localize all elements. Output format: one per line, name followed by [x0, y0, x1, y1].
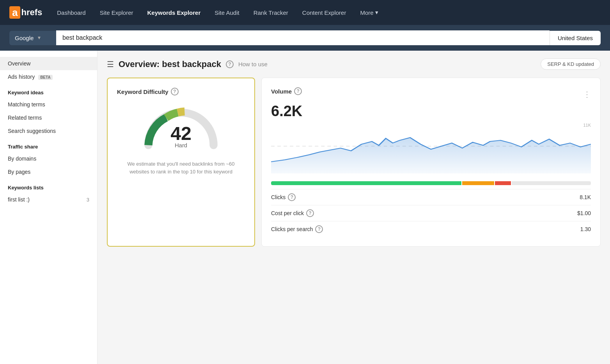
chart-max-label: 11K — [583, 123, 591, 127]
svg-marker-3 — [271, 138, 591, 173]
nav-item-site-explorer[interactable]: Site Explorer — [94, 6, 139, 19]
nav-item-more[interactable]: More ▾ — [355, 6, 383, 19]
cpc-label: Cost per click ? — [271, 209, 314, 217]
engine-label: Google — [15, 35, 34, 41]
sidebar-section-keyword-ideas: Keyword ideas — [0, 83, 97, 98]
sidebar-section-traffic-share: Traffic share — [0, 138, 97, 152]
sidebar-item-first-list[interactable]: first list :) 3 — [0, 193, 97, 206]
kd-description: We estimate that you'll need backlinks f… — [117, 160, 245, 175]
beta-badge: BETA — [38, 75, 52, 80]
main-layout: Overview Ads history BETA Keyword ideas … — [0, 51, 610, 364]
how-to-use-link[interactable]: How to use — [238, 61, 268, 67]
cps-help-icon[interactable]: ? — [315, 225, 323, 233]
pb-paid — [462, 181, 494, 185]
sidebar-list-count: 3 — [87, 197, 89, 203]
volume-header: Volume ? ⋮ — [271, 87, 591, 101]
volume-chart-svg — [271, 123, 591, 173]
logo[interactable]: a hrefs — [9, 6, 42, 19]
sidebar-list-label: first list :) — [8, 196, 30, 203]
cpc-row: Cost per click ? $1.00 — [271, 205, 591, 221]
sidebar-item-overview[interactable]: Overview — [0, 57, 97, 70]
logo-a-letter: a — [9, 6, 20, 19]
clicks-label: Clicks ? — [271, 193, 296, 201]
nav-item-keywords-explorer[interactable]: Keywords Explorer — [142, 6, 206, 19]
volume-value: 6.2K — [271, 103, 591, 120]
sidebar-item-related-terms[interactable]: Related terms — [0, 111, 97, 124]
sidebar-item-matching-terms[interactable]: Matching terms — [0, 98, 97, 111]
kd-help-icon[interactable]: ? — [171, 88, 179, 95]
gauge-container: 42 Hard — [117, 102, 245, 152]
search-bar: Google ▼ United States — [0, 25, 610, 51]
kd-card-label: Keyword Difficulty ? — [117, 88, 245, 95]
cards-row: Keyword Difficulty ? 4 — [107, 78, 601, 247]
page-title: Overview: best backpack — [119, 59, 221, 69]
volume-label: Volume ? — [271, 87, 302, 95]
page-header: ☰ Overview: best backpack ? How to use S… — [107, 58, 601, 70]
country-selector[interactable]: United States — [550, 31, 601, 45]
svg-text:42: 42 — [170, 123, 192, 144]
clicks-help-icon[interactable]: ? — [288, 193, 296, 201]
pb-other — [495, 181, 511, 185]
sidebar-item-ads-history[interactable]: Ads history BETA — [0, 70, 97, 83]
nav-item-rank-tracker[interactable]: Rank Tracker — [248, 6, 294, 19]
cpc-value: $1.00 — [577, 210, 591, 216]
nav-item-site-audit[interactable]: Site Audit — [209, 6, 245, 19]
cps-row: Clicks per search ? 1.30 — [271, 221, 591, 237]
volume-help-icon[interactable]: ? — [294, 87, 302, 95]
hamburger-icon[interactable]: ☰ — [107, 60, 114, 69]
clicks-distribution-bar — [271, 181, 591, 185]
cps-value: 1.30 — [580, 226, 591, 232]
main-content: ☰ Overview: best backpack ? How to use S… — [98, 51, 610, 364]
clicks-row: Clicks ? 8.1K — [271, 189, 591, 205]
sidebar-item-by-domains[interactable]: By domains — [0, 152, 97, 165]
pb-no-click — [512, 181, 591, 185]
serp-kd-badge[interactable]: SERP & KD updated — [541, 58, 601, 70]
pb-organic — [271, 181, 461, 185]
engine-selector[interactable]: Google ▼ — [9, 31, 56, 45]
cpc-help-icon[interactable]: ? — [306, 209, 314, 217]
logo-hrefs-text: hrefs — [21, 7, 42, 18]
cps-label: Clicks per search ? — [271, 225, 323, 233]
top-navigation: a hrefs Dashboard Site Explorer Keywords… — [0, 0, 610, 25]
sidebar-item-search-suggestions[interactable]: Search suggestions — [0, 124, 97, 138]
volume-menu-icon[interactable]: ⋮ — [583, 90, 591, 99]
svg-text:Hard: Hard — [175, 142, 187, 148]
gauge-svg: 42 Hard — [138, 102, 224, 152]
engine-dropdown-arrow: ▼ — [37, 35, 41, 41]
search-input[interactable] — [56, 30, 550, 45]
keyword-difficulty-card: Keyword Difficulty ? 4 — [107, 78, 255, 247]
volume-chart: 11K — [271, 123, 591, 177]
nav-item-dashboard[interactable]: Dashboard — [51, 6, 91, 19]
volume-card: Volume ? ⋮ 6.2K 11K — [261, 78, 601, 247]
sidebar: Overview Ads history BETA Keyword ideas … — [0, 51, 98, 364]
help-icon[interactable]: ? — [226, 60, 234, 68]
nav-item-content-explorer[interactable]: Content Explorer — [297, 6, 352, 19]
chevron-down-icon: ▾ — [375, 9, 378, 16]
sidebar-item-by-pages[interactable]: By pages — [0, 165, 97, 178]
clicks-value: 8.1K — [580, 194, 591, 200]
sidebar-section-keywords-lists: Keywords lists — [0, 178, 97, 193]
